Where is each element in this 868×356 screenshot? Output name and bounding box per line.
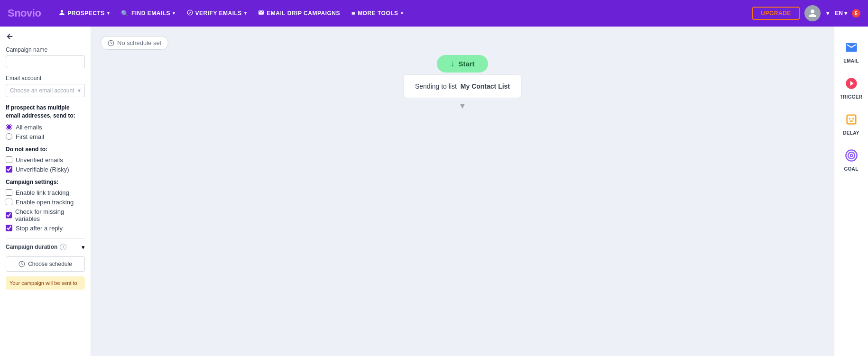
tool-trigger[interactable]: TRIGGER (837, 70, 866, 104)
link-tracking-checkbox[interactable] (6, 189, 12, 196)
first-email-radio[interactable] (6, 133, 12, 140)
email-tool-icon (845, 41, 858, 54)
nav-verify-emails[interactable]: VERIFY EMAILS ▾ (182, 7, 252, 20)
unverified-emails-checkbox[interactable] (6, 156, 12, 163)
start-arrow-icon: ↓ (450, 59, 454, 69)
tool-goal[interactable]: GOAL (837, 142, 866, 176)
send-to-radio-group: All emails First email (6, 124, 85, 140)
back-button[interactable] (6, 32, 85, 41)
link-tracking-option[interactable]: Enable link tracking (6, 189, 85, 196)
trigger-tool-label: TRIGGER (840, 94, 863, 100)
right-sidebar: EMAIL TRIGGER DELAY (834, 27, 868, 356)
prospects-icon (59, 9, 65, 17)
stop-after-reply-option[interactable]: Stop after a reply (6, 225, 85, 232)
missing-variables-checkbox[interactable] (6, 212, 12, 219)
email-drip-label: EMAIL DRIP CAMPAIGNS (267, 10, 340, 17)
campaign-name-label: Campaign name (6, 46, 85, 53)
email-account-label: Email account (6, 75, 85, 82)
info-icon: i (60, 244, 66, 250)
multiple-email-title: If prospect has multiple email addresses… (6, 104, 85, 120)
email-tool-label: EMAIL (843, 58, 859, 64)
sending-card[interactable]: Sending to list My Contact List (403, 74, 522, 98)
prospects-chevron: ▾ (107, 11, 110, 16)
find-emails-chevron: ▾ (173, 11, 175, 16)
schedule-badge-text: No schedule set (117, 39, 161, 46)
prospects-label: PROSPECTS (67, 10, 105, 17)
campaign-name-input[interactable] (6, 55, 85, 68)
sending-to-label: Sending to list (415, 82, 457, 90)
first-email-option[interactable]: First email (6, 133, 85, 140)
stop-after-reply-label: Stop after a reply (16, 225, 63, 232)
email-drip-icon (258, 9, 264, 17)
canvas-area: No schedule set ↓ Start Sending to list … (91, 27, 834, 356)
campaign-duration-left: Campaign duration i (6, 244, 66, 250)
start-button[interactable]: ↓ Start (437, 55, 488, 73)
tool-email[interactable]: EMAIL (837, 34, 866, 68)
choose-schedule-label: Choose schedule (28, 261, 72, 267)
delay-tool-icon (845, 113, 858, 126)
connector-arrow: ▼ (459, 102, 466, 110)
nav-prospects[interactable]: PROSPECTS ▾ (54, 7, 114, 20)
more-tools-chevron: ▾ (401, 11, 404, 16)
start-node: ↓ Start Sending to list My Contact List … (403, 55, 522, 110)
more-tools-icon: ≡ (351, 10, 355, 17)
unverified-emails-option[interactable]: Unverified emails (6, 156, 85, 164)
first-email-label: First email (16, 133, 44, 140)
campaign-duration-toggle[interactable]: Campaign duration i ▾ (6, 244, 85, 251)
goal-tool-label: GOAL (844, 166, 858, 172)
nav-more-tools[interactable]: ≡ MORE TOOLS ▾ (347, 7, 408, 20)
choose-schedule-button[interactable]: Choose schedule (6, 256, 85, 272)
find-emails-label: FIND EMAILS (131, 10, 170, 17)
campaign-will-send-notice: Your campaign will be sent to (6, 276, 85, 290)
unverifiable-checkbox[interactable] (6, 166, 12, 173)
all-emails-option[interactable]: All emails (6, 124, 85, 131)
language-selector[interactable]: EN ▾ (835, 10, 847, 17)
main-layout: Campaign name Email account Choose an em… (0, 27, 868, 356)
svg-rect-3 (847, 115, 856, 124)
missing-variables-option[interactable]: Check for missing variables (6, 208, 85, 222)
email-account-section: Email account Choose an email account ▾ (6, 75, 85, 97)
open-tracking-option[interactable]: Enable open tracking (6, 199, 85, 206)
unverified-label: Unverified emails (16, 156, 63, 164)
open-tracking-checkbox[interactable] (6, 199, 12, 205)
schedule-badge[interactable]: No schedule set (101, 36, 168, 50)
avatar-chevron[interactable]: ▾ (825, 10, 831, 17)
email-dropdown-chevron: ▾ (78, 87, 81, 94)
goal-tool-icon-circle (843, 147, 860, 164)
tool-delay[interactable]: DELAY (837, 106, 866, 140)
schedule-clock-icon (108, 40, 114, 46)
campaign-duration-label: Campaign duration (6, 244, 57, 250)
trigger-tool-icon (845, 77, 858, 90)
email-account-placeholder: Choose an email account (10, 87, 74, 94)
verify-emails-label: VERIFY EMAILS (195, 10, 242, 17)
do-not-send-section: Unverified emails Unverifiable (Risky) (6, 156, 85, 173)
sending-text: Sending to list My Contact List (415, 82, 510, 90)
campaign-settings-section: Enable link tracking Enable open trackin… (6, 189, 85, 232)
trigger-tool-icon-circle (843, 75, 860, 92)
goal-tool-icon (845, 149, 858, 162)
start-label: Start (458, 60, 474, 68)
nav-email-drip[interactable]: EMAIL DRIP CAMPAIGNS (253, 7, 345, 20)
nav-find-emails[interactable]: 🔍 FIND EMAILS ▾ (116, 7, 180, 20)
clock-icon (18, 261, 25, 267)
upgrade-button[interactable]: UPGRADE (752, 7, 800, 20)
main-header: Snovio PROSPECTS ▾ 🔍 FIND EMAILS ▾ VERIF… (0, 0, 868, 27)
all-emails-radio[interactable] (6, 124, 12, 130)
avatar[interactable] (804, 5, 821, 21)
stop-after-reply-checkbox[interactable] (6, 225, 12, 231)
svg-point-9 (850, 155, 852, 157)
notification-badge[interactable]: 5 (852, 9, 860, 18)
logo-sub: io (32, 7, 41, 19)
logo[interactable]: Snovio (8, 7, 41, 19)
verify-emails-chevron: ▾ (244, 11, 247, 16)
unverifiable-option[interactable]: Unverifiable (Risky) (6, 166, 85, 173)
svg-point-0 (187, 10, 193, 15)
more-tools-label: MORE TOOLS (358, 10, 398, 17)
email-tool-icon-circle (843, 39, 860, 56)
missing-variables-label: Check for missing variables (15, 208, 85, 222)
main-nav: PROSPECTS ▾ 🔍 FIND EMAILS ▾ VERIFY EMAIL… (54, 7, 748, 20)
email-account-dropdown[interactable]: Choose an email account ▾ (6, 84, 85, 97)
unverifiable-label: Unverifiable (Risky) (16, 166, 69, 173)
campaign-settings-title: Campaign settings: (6, 179, 85, 185)
delay-tool-label: DELAY (843, 130, 859, 136)
